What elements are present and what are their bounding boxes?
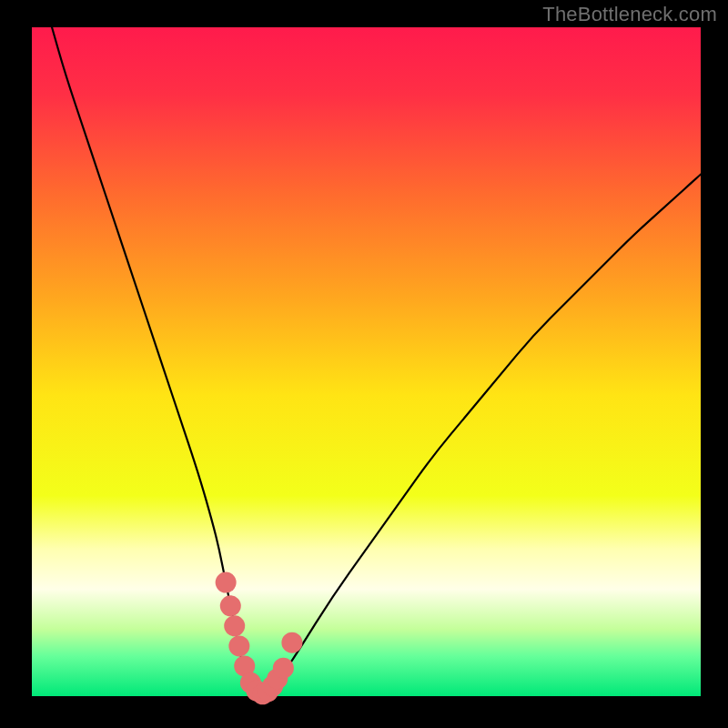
watermark-text: TheBottleneck.com: [542, 3, 717, 26]
marker-dot: [281, 632, 302, 653]
marker-dot: [216, 572, 237, 593]
marker-dot: [220, 595, 241, 616]
marker-dot: [228, 635, 249, 656]
marker-dot: [224, 615, 245, 636]
plot-background: [32, 27, 701, 696]
marker-dot: [273, 658, 294, 679]
chart-svg: [0, 0, 728, 728]
outer-black-frame: TheBottleneck.com: [0, 0, 728, 728]
